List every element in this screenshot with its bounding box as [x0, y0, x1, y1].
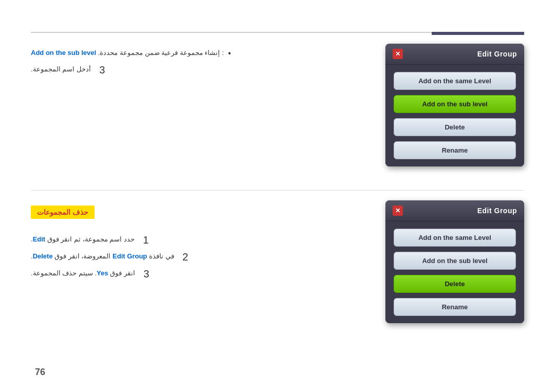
step-number-1: 1	[141, 234, 151, 246]
btn-delete-bottom[interactable]: Delete	[394, 275, 516, 293]
bottom-text-area: حذف المجموعات 1 حدد اسم مجموعة، ثم انقر …	[31, 200, 385, 285]
step-3-top: 3 أدخل اسم المجموعة.	[31, 64, 375, 76]
step-text-3-bottom: انقر فوق Yes. سيتم حذف المجموعة.	[31, 268, 135, 278]
btn-add-same-level-top[interactable]: Add on the same Level	[394, 72, 516, 90]
bottom-section: حذف المجموعات 1 حدد اسم مجموعة، ثم انقر …	[31, 200, 524, 323]
panel-header-bottom: ✕ Edit Group	[385, 200, 524, 221]
btn-add-sub-level-top[interactable]: Add on the sub level	[394, 95, 516, 113]
btn-add-same-level-bottom[interactable]: Add on the same Level	[394, 229, 516, 247]
edit-group-panel-top: ✕ Edit Group Add on the same Level Add o…	[385, 44, 524, 166]
step-1-bottom: 1 حدد اسم مجموعة، ثم انقر فوق Edit.	[31, 234, 375, 246]
mid-separator	[31, 190, 524, 191]
step3-highlight: Yes	[97, 269, 108, 277]
close-icon-bottom: ✕	[395, 207, 400, 214]
step-text-3-top: أدخل اسم المجموعة.	[31, 64, 91, 74]
top-accent-bar	[432, 32, 524, 35]
close-icon-top: ✕	[395, 50, 400, 58]
btn-rename-top[interactable]: Rename	[394, 141, 516, 159]
bullet-dot: •	[228, 49, 231, 58]
step1-highlight: Edit	[33, 235, 46, 243]
section-heading-text: حذف المجموعات	[37, 208, 88, 216]
page-number: 76	[35, 367, 45, 378]
panel-body-top: Add on the same Level Add on the sub lev…	[385, 65, 524, 166]
panel-title-bottom: Edit Group	[477, 207, 517, 215]
panel-header-top: ✕ Edit Group	[385, 44, 524, 65]
bullet-highlight: Add on the sub level	[31, 49, 96, 57]
bullet-item: • : إنشاء مجموعة فرعية ضمن مجموعة محددة.…	[31, 49, 375, 58]
panel-close-button-bottom[interactable]: ✕	[393, 206, 403, 216]
panel-close-button-top[interactable]: ✕	[393, 49, 403, 59]
step-3-bottom: 3 انقر فوق Yes. سيتم حذف المجموعة.	[31, 268, 375, 280]
bullet-description: : إنشاء مجموعة فرعية ضمن مجموعة محددة. A…	[31, 49, 224, 57]
panel-title-top: Edit Group	[477, 50, 517, 58]
step-number-3-bottom: 3	[141, 268, 152, 280]
top-section: • : إنشاء مجموعة فرعية ضمن مجموعة محددة.…	[31, 44, 524, 166]
section-heading-box: حذف المجموعات	[31, 206, 95, 219]
step-number-3-top: 3	[97, 64, 107, 76]
btn-add-sub-level-bottom[interactable]: Add on the sub level	[394, 252, 516, 270]
panel-body-bottom: Add on the same Level Add on the sub lev…	[385, 221, 524, 323]
btn-rename-bottom[interactable]: Rename	[394, 298, 516, 316]
bullet-text-before: : إنشاء مجموعة فرعية ضمن مجموعة محددة.	[96, 49, 224, 57]
step-2-bottom: 2 في نافذة Edit Group المعروضة، انقر فوق…	[31, 251, 375, 263]
step-text-2: في نافذة Edit Group المعروضة، انقر فوق D…	[31, 251, 174, 262]
btn-delete-top[interactable]: Delete	[394, 118, 516, 136]
top-text-area: • : إنشاء مجموعة فرعية ضمن مجموعة محددة.…	[31, 44, 385, 81]
step2-highlight1: Edit Group	[113, 252, 147, 260]
step-number-2: 2	[180, 251, 191, 263]
edit-group-panel-bottom: ✕ Edit Group Add on the same Level Add o…	[385, 200, 524, 323]
section-heading-wrapper: حذف المجموعات	[31, 206, 375, 227]
step-text-1: حدد اسم مجموعة، ثم انقر فوق Edit.	[31, 234, 135, 245]
step2-highlight2: Delete	[33, 252, 53, 260]
